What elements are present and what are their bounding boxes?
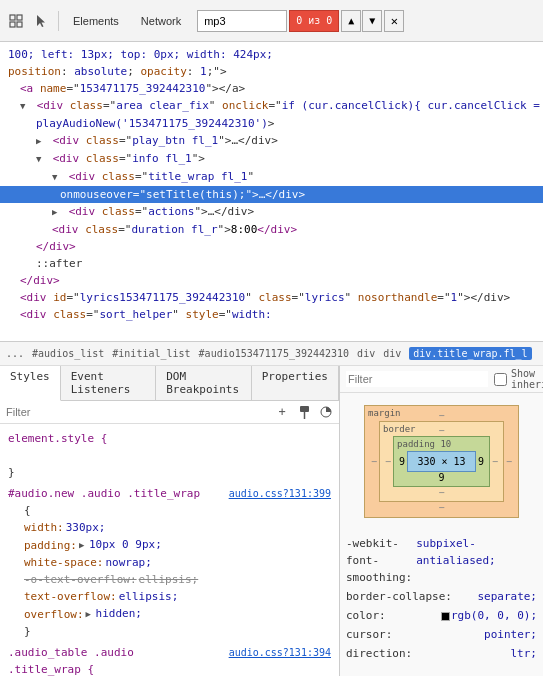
style-selector[interactable]: #audio.new .audio .title_wrap — [8, 487, 200, 500]
dom-line[interactable]: playAudioNew('153471175_392442310')> — [0, 115, 543, 132]
network-tab[interactable]: Network — [131, 6, 191, 36]
computed-prop: -webkit-font-smoothing: subpixel-antiali… — [346, 534, 537, 587]
toolbar: Elements Network 0 из 0 ▲ ▼ ✕ — [0, 0, 543, 42]
tab-dom-breakpoints[interactable]: DOM Breakpoints — [156, 366, 252, 400]
dom-line[interactable]: ▶ <div class="actions">…</div> — [0, 203, 543, 221]
computed-prop: color: rgb(0, 0, 0); — [346, 606, 537, 625]
breadcrumb-item-div2[interactable]: div — [383, 348, 401, 359]
show-inherited-checkbox[interactable] — [494, 373, 507, 386]
computed-prop: cursor: pointer; — [346, 625, 537, 644]
computed-filter-input[interactable] — [346, 371, 488, 387]
breadcrumb-item-title-wrap[interactable]: div.title_wrap.fl_l — [409, 347, 531, 360]
dom-line[interactable]: ▶ <div class="play_btn fl_1">…</div> — [0, 132, 543, 150]
box-model-diagram: margin − − border − − — [364, 405, 519, 518]
padding-left: 9 — [397, 456, 407, 467]
main-panel: 100; left: 13px; top: 0px; width: 424px;… — [0, 42, 543, 676]
search-nav: ▲ ▼ — [341, 10, 382, 32]
styles-filter-bar: + — [0, 401, 339, 424]
tab-event-listeners[interactable]: Event Listeners — [61, 366, 157, 400]
border-right: − — [490, 456, 500, 467]
styles-filter-input[interactable] — [4, 404, 269, 420]
padding-bottom: 9 — [397, 472, 486, 483]
breadcrumb-item-audios-list[interactable]: #audios_list — [32, 348, 104, 359]
content-size: 330 × 13 — [417, 456, 465, 467]
dom-line-selected[interactable]: onmouseover="setTitle(this);">…</div> — [0, 186, 543, 203]
bottom-panel: Styles Event Listeners DOM Breakpoints P… — [0, 366, 543, 676]
margin-bottom: − — [369, 502, 514, 513]
style-selector[interactable]: .audio_table .audio — [8, 646, 134, 659]
computed-properties: -webkit-font-smoothing: subpixel-antiali… — [340, 530, 543, 676]
box-model-container: margin − − border − − — [340, 393, 543, 530]
style-selector[interactable]: .title_wrap { — [8, 663, 94, 676]
padding-right: 9 — [476, 456, 486, 467]
prev-result-button[interactable]: ▲ — [341, 10, 361, 32]
dom-line[interactable]: <div class="sort_helper" style="width: — [0, 306, 543, 323]
margin-right: − — [504, 456, 514, 467]
show-inherited-label: Show inherited — [511, 368, 543, 390]
style-prop-line: text-overflow: ellipsis; — [8, 588, 331, 605]
elements-tab[interactable]: Elements — [63, 6, 129, 36]
search-input[interactable] — [197, 10, 287, 32]
style-selector[interactable]: element.style { — [8, 432, 107, 445]
computed-prop: direction: ltr; — [346, 644, 537, 663]
svg-rect-6 — [300, 406, 309, 412]
box-panel: Show inherited margin − − border — [340, 366, 543, 676]
color-swatch — [441, 612, 450, 621]
margin-box: margin − − border − − — [364, 405, 519, 518]
svg-rect-2 — [10, 22, 15, 27]
tab-styles[interactable]: Styles — [0, 366, 61, 401]
dom-tree[interactable]: 100; left: 13px; top: 0px; width: 424px;… — [0, 42, 543, 342]
dom-line[interactable]: ▼ <div class="area clear_fix" onclick="i… — [0, 97, 543, 115]
styles-panel: Styles Event Listeners DOM Breakpoints P… — [0, 366, 340, 676]
search-badge: 0 из 0 — [289, 10, 339, 32]
dom-line[interactable]: <div class="duration fl_r">8:00</div> — [0, 221, 543, 238]
padding-box: padding 10 9 330 × 13 — [393, 436, 490, 487]
breadcrumb-item-initial-list[interactable]: #initial_list — [112, 348, 190, 359]
dom-line[interactable]: ▼ <div class="title_wrap fl_1" — [0, 168, 543, 186]
style-source-link[interactable]: audio.css?131:399 — [229, 485, 331, 502]
show-inherited: Show inherited — [494, 368, 543, 390]
close-search-button[interactable]: ✕ — [384, 10, 404, 32]
border-box: border − − padding 10 9 — [379, 421, 504, 502]
dom-line[interactable]: ::after — [0, 255, 543, 272]
style-block-audio-new: audio.css?131:399 #audio.new .audio .tit… — [0, 483, 339, 642]
computed-prop: border-collapse: separate; — [346, 587, 537, 606]
style-prop-line: width: 330px; — [8, 519, 331, 536]
styles-content: element.style { } audio.css?131:399 #aud… — [0, 424, 339, 676]
border-bottom: − — [383, 487, 500, 498]
dom-line[interactable]: </div> — [0, 272, 543, 289]
next-result-button[interactable]: ▼ — [362, 10, 382, 32]
style-block-audio-table: audio.css?131:394 .audio_table .audio .t… — [0, 642, 339, 676]
content-box: 330 × 13 — [407, 451, 476, 472]
panel-tabs: Styles Event Listeners DOM Breakpoints P… — [0, 366, 339, 401]
filter-icons: + — [273, 403, 335, 421]
style-source-link2[interactable]: audio.css?131:394 — [229, 644, 331, 661]
padding-label: padding 10 — [397, 439, 451, 449]
dom-line[interactable]: position: absolute; opacity: 1;"> — [0, 63, 543, 80]
border-label: border — [383, 424, 416, 434]
cursor-icon[interactable] — [30, 9, 54, 33]
style-prop-line-strikethrough: -o-text-overflow: ellipsis; — [8, 571, 331, 588]
svg-rect-3 — [17, 22, 22, 27]
svg-rect-1 — [17, 15, 22, 20]
color-scheme-icon[interactable] — [317, 403, 335, 421]
margin-left: − — [369, 456, 379, 467]
svg-marker-4 — [37, 15, 45, 27]
breadcrumb: ... #audios_list #initial_list #audio153… — [0, 342, 543, 366]
margin-label: margin — [368, 408, 401, 418]
add-style-icon[interactable]: + — [273, 403, 291, 421]
dom-line[interactable]: </div> — [0, 238, 543, 255]
inspect-icon[interactable] — [4, 9, 28, 33]
dom-line[interactable]: ▼ <div class="info fl_1"> — [0, 150, 543, 168]
box-filter-bar: Show inherited — [340, 366, 543, 393]
dom-line[interactable]: 100; left: 13px; top: 0px; width: 424px; — [0, 46, 543, 63]
breadcrumb-item-div1[interactable]: div — [357, 348, 375, 359]
style-prop-line: padding: ▶10px 0 9px; — [8, 536, 331, 554]
breadcrumb-item-ellipsis[interactable]: ... — [6, 348, 24, 359]
tab-properties[interactable]: Properties — [252, 366, 339, 400]
dom-line[interactable]: <a name="153471175_392442310"></a> — [0, 80, 543, 97]
style-prop-line: white-space: nowrap; — [8, 554, 331, 571]
dom-line[interactable]: <div id="lyrics153471175_392442310" clas… — [0, 289, 543, 306]
breadcrumb-item-audio[interactable]: #audio153471175_392442310 — [199, 348, 350, 359]
pin-style-icon[interactable] — [295, 403, 313, 421]
